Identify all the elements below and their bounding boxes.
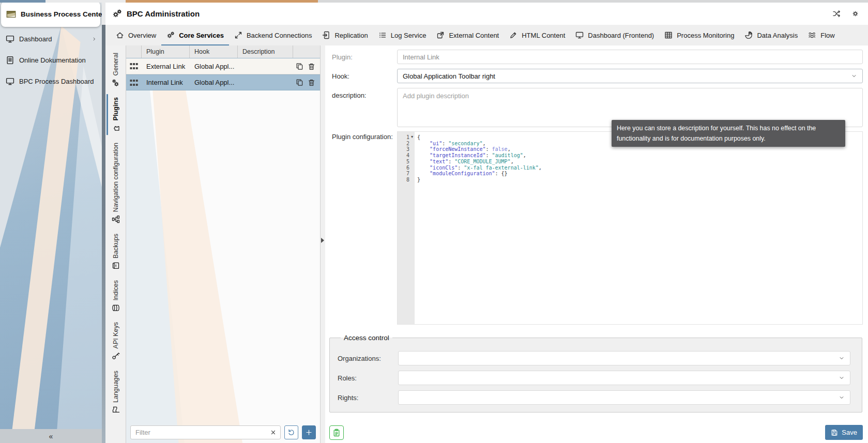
reset-button[interactable] bbox=[284, 425, 298, 439]
save-floppy-icon bbox=[831, 429, 838, 436]
tab-label: Flow bbox=[820, 32, 834, 39]
table-row[interactable]: External LinkGlobal Appl... bbox=[126, 58, 320, 74]
vtab-general[interactable]: General bbox=[112, 51, 120, 89]
accent-segment-gray bbox=[45, 0, 126, 3]
code-line: "text": "CORE_MODULE_JUMP", bbox=[417, 159, 862, 165]
drag-handle-icon[interactable] bbox=[126, 75, 142, 90]
archive-box-icon bbox=[112, 262, 120, 270]
tab-data-analysis[interactable]: Data Analysis bbox=[739, 25, 803, 45]
app-logo-card[interactable]: Business Process Center bbox=[1, 3, 100, 27]
vtab-label: API Keys bbox=[112, 322, 119, 348]
gutter-line: 6 bbox=[398, 165, 415, 171]
content-area: GeneralPluginsNavigation configurationBa… bbox=[105, 45, 868, 443]
panel-splitter[interactable] bbox=[321, 45, 325, 443]
sidebar-collapse-button[interactable]: « bbox=[0, 429, 102, 443]
vtab-indices[interactable]: Indices bbox=[112, 278, 120, 314]
monitor-icon bbox=[6, 35, 14, 43]
row-actions bbox=[293, 79, 320, 86]
save-button-label: Save bbox=[842, 429, 857, 436]
clear-filter-icon[interactable] bbox=[270, 429, 277, 436]
tab-backend-connections[interactable]: Backend Connections bbox=[229, 25, 317, 45]
delete-row-icon[interactable] bbox=[308, 63, 315, 70]
column-header-empty bbox=[126, 45, 142, 58]
sidebar-item-label: Online Dokumentation bbox=[19, 56, 86, 64]
hook-select[interactable]: Global Application Toolbar right bbox=[397, 69, 863, 83]
external-link-icon bbox=[436, 31, 445, 39]
filter-bar bbox=[126, 422, 320, 443]
plugin-field-row: Plugin: bbox=[329, 50, 863, 64]
roles-label: Roles: bbox=[336, 371, 398, 385]
shuffle-icon[interactable] bbox=[832, 9, 841, 18]
column-header-hook[interactable]: Hook bbox=[190, 45, 238, 58]
chevron-right-icon bbox=[92, 36, 97, 42]
sidebar-nav: DashboardOnline DokumentationBPC Process… bbox=[0, 28, 102, 92]
sidebar-item-dashboard[interactable]: Dashboard bbox=[0, 28, 102, 50]
chevron-down-icon bbox=[851, 73, 857, 79]
plugin-form-panel: Plugin: Hook: Global Application Toolbar… bbox=[325, 45, 868, 443]
key-icon bbox=[112, 352, 120, 360]
copy-row-icon[interactable] bbox=[296, 63, 303, 70]
tab-flow[interactable]: Flow bbox=[803, 25, 840, 45]
waves-icon bbox=[808, 31, 816, 39]
fold-arrow-icon[interactable]: ▼ bbox=[409, 134, 415, 141]
copy-row-icon[interactable] bbox=[296, 79, 303, 86]
top-accent-strip bbox=[0, 0, 868, 3]
vtab-backups[interactable]: Backups bbox=[112, 232, 120, 272]
sidebar-item-label: BPC Process Dashboard bbox=[19, 78, 94, 85]
organizations-select[interactable] bbox=[398, 351, 850, 365]
save-button[interactable]: Save bbox=[825, 425, 863, 440]
gears-icon bbox=[112, 79, 120, 87]
table-body: External LinkGlobal Appl...Internal Link… bbox=[126, 58, 320, 90]
table-header: PluginHookDescription bbox=[126, 45, 320, 58]
tab-html-content[interactable]: HTML Content bbox=[504, 25, 570, 45]
cell-hook: Global Appl... bbox=[190, 79, 238, 86]
tab-process-monitoring[interactable]: Process Monitoring bbox=[659, 25, 739, 45]
column-header-description[interactable]: Description bbox=[238, 45, 293, 58]
plugin-configuration-row: Plugin configuration: 1▼2345678 { "ui": … bbox=[329, 131, 863, 325]
delete-row-icon[interactable] bbox=[308, 79, 315, 86]
tab-label: Overview bbox=[128, 32, 156, 39]
table-row[interactable]: Internal LinkGlobal Appl... bbox=[126, 74, 320, 90]
settings-gear-icon[interactable] bbox=[851, 9, 860, 18]
tab-core-services[interactable]: Core Services bbox=[161, 25, 229, 45]
tab-dashboard-frontend[interactable]: Dashboard (Frontend) bbox=[570, 25, 659, 45]
plugin-name-input[interactable] bbox=[397, 50, 863, 64]
vtab-navigation-configuration[interactable]: Navigation configuration bbox=[112, 141, 120, 225]
editor-code-area[interactable]: { "ui": "secondary", "forceNewInstance":… bbox=[415, 132, 862, 324]
vtab-languages[interactable]: Languages bbox=[112, 369, 120, 416]
header-actions bbox=[832, 9, 860, 18]
fold-spacer bbox=[409, 171, 415, 177]
clipboard-button[interactable] bbox=[329, 425, 344, 440]
database-icon bbox=[112, 303, 120, 312]
organizations-label: Organizations: bbox=[336, 351, 398, 365]
sidebar-item-bpc-process-dashboard[interactable]: BPC Process Dashboard bbox=[0, 71, 102, 92]
fold-spacer bbox=[409, 165, 415, 171]
rights-label: Rights: bbox=[336, 390, 398, 405]
hook-value: Global Application Toolbar right bbox=[403, 72, 495, 80]
tab-replication[interactable]: Replication bbox=[317, 25, 373, 45]
vtab-api-keys[interactable]: API Keys bbox=[112, 320, 120, 362]
splitter-collapse-handle[interactable] bbox=[321, 238, 324, 243]
cell-hook: Global Appl... bbox=[190, 63, 238, 70]
filter-input[interactable] bbox=[130, 425, 281, 439]
roles-select[interactable] bbox=[398, 371, 850, 385]
tab-log-service[interactable]: Log Service bbox=[373, 25, 432, 45]
app-header: BPC Administration bbox=[105, 3, 868, 25]
hook-label: Hook: bbox=[329, 69, 397, 83]
chevron-down-icon bbox=[839, 355, 845, 361]
fold-spacer bbox=[409, 159, 415, 165]
code-editor[interactable]: 1▼2345678 { "ui": "secondary", "forceNew… bbox=[397, 131, 863, 325]
drag-handle-icon[interactable] bbox=[126, 58, 142, 74]
rights-select[interactable] bbox=[398, 390, 850, 405]
column-header-plugin[interactable]: Plugin bbox=[142, 45, 190, 58]
add-plugin-button[interactable] bbox=[302, 425, 316, 439]
sidebar-item-online-dokumentation[interactable]: Online Dokumentation bbox=[0, 50, 102, 71]
brand-title: Business Process Center bbox=[21, 10, 102, 18]
tab-overview[interactable]: Overview bbox=[111, 25, 161, 45]
fold-spacer bbox=[409, 141, 415, 147]
vtab-plugins[interactable]: Plugins bbox=[112, 95, 120, 134]
tab-bar: OverviewCore ServicesBackend Connections… bbox=[105, 25, 868, 45]
flag-icon bbox=[112, 406, 120, 414]
main-area: BPC Administration OverviewCore Services… bbox=[105, 3, 868, 443]
tab-external-content[interactable]: External Content bbox=[431, 25, 504, 45]
